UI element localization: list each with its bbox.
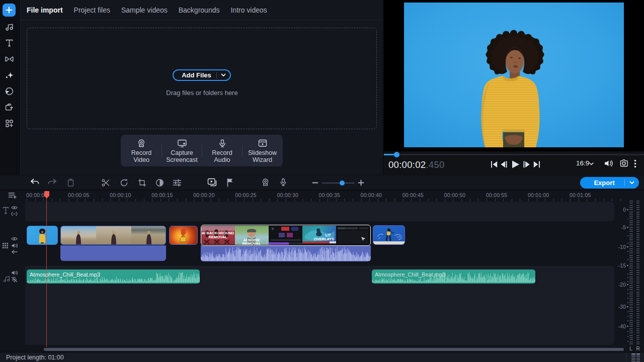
svg-text:REMOVAL: REMOVAL: [209, 235, 227, 239]
svg-text:REMOVAL: REMOVAL: [243, 241, 261, 245]
svg-text:OVERLAYS: OVERLAYS: [314, 237, 335, 241]
